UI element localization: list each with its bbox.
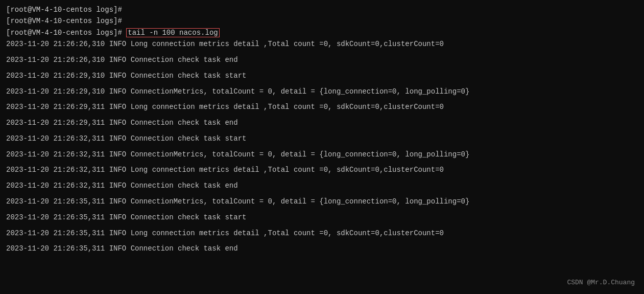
log-text: 2023-11-20 21:26:32,311 INFO Connection … <box>6 134 246 143</box>
terminal-container: [root@VM-4-10-centos logs]#[root@VM-4-10… <box>6 4 638 255</box>
terminal-line: 2023-11-20 21:26:32,311 INFO Connection … <box>6 180 638 191</box>
terminal-line: 2023-11-20 21:26:26,310 INFO Connection … <box>6 54 638 65</box>
terminal-empty-line <box>6 223 638 227</box>
log-text: 2023-11-20 21:26:29,310 INFO ConnectionM… <box>6 87 469 96</box>
terminal-line: [root@VM-4-10-centos logs]# <box>6 15 638 27</box>
terminal-empty-line <box>6 113 638 117</box>
terminal-line: 2023-11-20 21:26:29,310 INFO Connection … <box>6 70 638 81</box>
prompt-prefix: [root@VM-4-10-centos logs]# <box>6 29 126 37</box>
terminal-empty-line <box>6 97 638 101</box>
terminal-line: 2023-11-20 21:26:35,311 INFO ConnectionM… <box>6 196 638 207</box>
terminal-line: 2023-11-20 21:26:35,311 INFO Connection … <box>6 212 638 223</box>
log-text: 2023-11-20 21:26:35,311 INFO Connection … <box>6 213 246 221</box>
prompt-text: [root@VM-4-10-centos logs]# <box>6 17 122 25</box>
prompt-text: [root@VM-4-10-centos logs]# <box>6 6 122 14</box>
terminal-line: 2023-11-20 21:26:32,311 INFO Long connec… <box>6 164 638 175</box>
terminal-empty-line <box>6 50 638 54</box>
terminal-line: [root@VM-4-10-centos logs]# tail -n 100 … <box>6 27 638 38</box>
watermark: CSDN @Mr.D.Chuang <box>567 278 635 288</box>
log-text: 2023-11-20 21:26:35,311 INFO Long connec… <box>6 229 444 237</box>
terminal-empty-line <box>6 65 638 70</box>
log-text: 2023-11-20 21:26:29,311 INFO Long connec… <box>6 103 444 111</box>
terminal-empty-line <box>6 81 638 85</box>
terminal-empty-line <box>6 192 638 196</box>
log-text: 2023-11-20 21:26:26,310 INFO Connection … <box>6 56 238 64</box>
terminal-line: 2023-11-20 21:26:29,311 INFO Long connec… <box>6 101 638 112</box>
log-text: 2023-11-20 21:26:29,311 INFO Connection … <box>6 119 238 127</box>
log-text: 2023-11-20 21:26:32,311 INFO Connection … <box>6 182 238 190</box>
terminal-empty-line <box>6 160 638 164</box>
terminal-line: 2023-11-20 21:26:29,311 INFO Connection … <box>6 117 638 128</box>
terminal-line: 2023-11-20 21:26:32,311 INFO ConnectionM… <box>6 149 638 160</box>
terminal-line: 2023-11-20 21:26:35,311 INFO Connection … <box>6 243 638 254</box>
log-text: 2023-11-20 21:26:35,311 INFO ConnectionM… <box>6 197 469 206</box>
terminal-line: [root@VM-4-10-centos logs]# <box>6 4 638 15</box>
log-text: 2023-11-20 21:26:35,311 INFO Connection … <box>6 244 238 253</box>
terminal-line: 2023-11-20 21:26:32,311 INFO Connection … <box>6 133 638 144</box>
terminal-line: 2023-11-20 21:26:35,311 INFO Long connec… <box>6 228 638 239</box>
terminal-empty-line <box>6 144 638 148</box>
log-text: 2023-11-20 21:26:29,310 INFO Connection … <box>6 72 246 80</box>
command-text: tail -n 100 nacos.log <box>126 28 219 37</box>
terminal-line: 2023-11-20 21:26:26,310 INFO Long connec… <box>6 38 638 50</box>
log-text: 2023-11-20 21:26:32,311 INFO ConnectionM… <box>6 150 469 159</box>
terminal-empty-line <box>6 239 638 243</box>
log-text: 2023-11-20 21:26:32,311 INFO Long connec… <box>6 166 444 174</box>
terminal-empty-line <box>6 207 638 211</box>
terminal-empty-line <box>6 128 638 132</box>
terminal-empty-line <box>6 176 638 180</box>
log-text: 2023-11-20 21:26:26,310 INFO Long connec… <box>6 40 444 48</box>
terminal-line: 2023-11-20 21:26:29,310 INFO ConnectionM… <box>6 86 638 97</box>
